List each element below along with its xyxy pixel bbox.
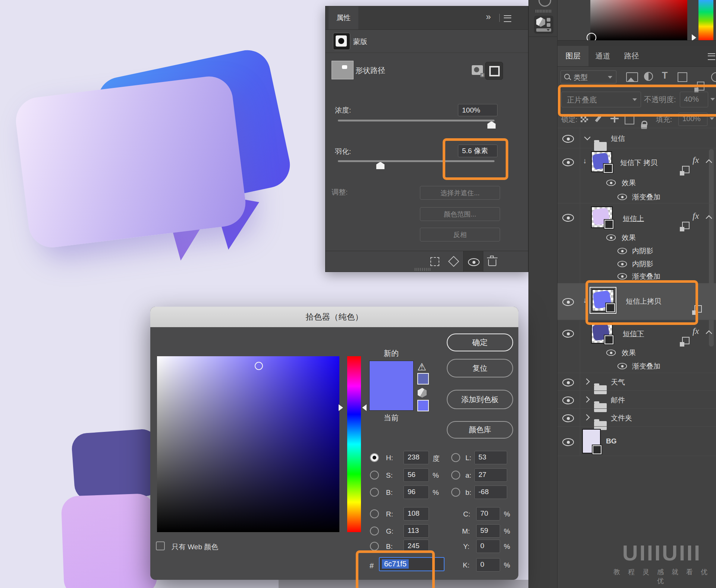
add-mask-icon[interactable] bbox=[472, 65, 483, 75]
opacity-value-box[interactable]: 40% bbox=[680, 92, 708, 107]
density-slider-track[interactable] bbox=[338, 120, 494, 121]
web-colors-only-checkbox[interactable] bbox=[156, 541, 165, 550]
group-collapsed-chevron-icon[interactable] bbox=[584, 379, 590, 385]
field-r-input[interactable]: 108 bbox=[403, 507, 429, 521]
filter-extra-icon[interactable] bbox=[711, 72, 716, 82]
color-field[interactable] bbox=[157, 356, 339, 532]
fx-icon[interactable]: fx bbox=[693, 211, 699, 221]
collapse-effects-chevron-icon[interactable] bbox=[706, 215, 712, 222]
visibility-eye-icon[interactable] bbox=[562, 396, 574, 404]
field-m-input[interactable]: 59 bbox=[476, 524, 500, 538]
hue-strip[interactable] bbox=[347, 356, 361, 532]
filter-type-layers-icon[interactable]: T bbox=[662, 70, 668, 81]
fill-dropdown-arrow[interactable] bbox=[710, 117, 714, 120]
effect-eye-icon[interactable] bbox=[618, 248, 627, 254]
layer-name[interactable]: BG bbox=[606, 437, 617, 445]
field-l-input[interactable]: 53 bbox=[474, 451, 507, 464]
radio-l[interactable] bbox=[451, 453, 460, 462]
vector-mask-button[interactable] bbox=[485, 62, 503, 80]
tab-channels[interactable]: 通道 bbox=[588, 46, 617, 66]
layer-row-group-wenjianjia[interactable]: 文件夹 bbox=[558, 408, 716, 426]
layer-thumbnail[interactable] bbox=[591, 206, 613, 228]
layer-name[interactable]: 邮件 bbox=[611, 395, 625, 405]
collapse-effects-chevron-icon[interactable] bbox=[706, 159, 712, 166]
layer-row-group-youjian[interactable]: 邮件 bbox=[558, 391, 716, 408]
collapse-effects-chevron-icon[interactable] bbox=[706, 331, 712, 337]
tab-paths[interactable]: 路径 bbox=[617, 46, 646, 66]
field-blab-input[interactable]: -68 bbox=[474, 486, 507, 499]
effect-item-row[interactable]: 渐变叠加 bbox=[558, 270, 716, 282]
group-collapsed-chevron-icon[interactable] bbox=[584, 396, 590, 403]
fill-value-box[interactable]: 100% bbox=[678, 113, 707, 126]
panel-collapse-icon[interactable]: » bbox=[486, 12, 491, 22]
color-panel-field[interactable] bbox=[590, 0, 687, 40]
color-range-button[interactable]: 颜色范围... bbox=[420, 207, 500, 221]
visibility-eye-icon[interactable] bbox=[562, 298, 574, 306]
field-brgb-input[interactable]: 245 bbox=[403, 540, 429, 553]
gamut-warning-swatch[interactable] bbox=[417, 373, 429, 385]
layer-thumbnail[interactable] bbox=[591, 151, 612, 172]
tab-layers[interactable]: 图层 bbox=[558, 46, 588, 66]
effect-item-row[interactable]: 内阴影 bbox=[558, 257, 716, 270]
feather-slider-track[interactable] bbox=[338, 160, 494, 162]
radio-g[interactable] bbox=[370, 527, 379, 535]
visibility-eye-icon[interactable] bbox=[562, 330, 574, 338]
layer-row-duanxinshang-kaobei-selected[interactable]: ↓ 短信上拷贝 bbox=[558, 283, 716, 320]
mask-visibility-button[interactable] bbox=[463, 251, 483, 272]
radio-r[interactable] bbox=[370, 509, 379, 518]
fx-icon[interactable]: fx bbox=[693, 155, 699, 165]
feather-value[interactable]: 5.6 像素 bbox=[458, 145, 497, 157]
layer-row-duanxinshang[interactable]: 短信上 fx bbox=[558, 204, 716, 230]
filter-pixel-layers-icon[interactable] bbox=[626, 72, 638, 82]
layer-name[interactable]: 短信上拷贝 bbox=[626, 297, 661, 306]
opacity-dropdown-arrow[interactable] bbox=[710, 98, 715, 101]
layer-name[interactable]: 短信下 bbox=[623, 329, 644, 339]
web-safe-swatch[interactable] bbox=[417, 400, 429, 411]
layer-row-group-duanxin[interactable]: 短信 bbox=[558, 128, 716, 148]
hue-marker-left[interactable] bbox=[339, 404, 343, 411]
radio-s[interactable] bbox=[370, 471, 379, 480]
color-libraries-button[interactable]: 颜色库 bbox=[447, 421, 513, 439]
lock-transparency-icon[interactable] bbox=[581, 115, 588, 122]
layer-name[interactable]: 文件夹 bbox=[611, 413, 632, 423]
layer-thumbnail[interactable] bbox=[591, 322, 613, 344]
panel-resize-grip[interactable] bbox=[415, 268, 431, 271]
layer-name[interactable]: 天气 bbox=[611, 377, 625, 387]
layer-row-duanxinxia-kaobei[interactable]: ↓ 短信下 拷贝 fx bbox=[558, 148, 716, 175]
field-c-input[interactable]: 70 bbox=[476, 507, 500, 521]
reset-button[interactable]: 复位 bbox=[447, 359, 513, 377]
group-collapsed-chevron-icon[interactable] bbox=[584, 414, 590, 421]
layer-row-group-tianqi[interactable]: 天气 bbox=[558, 373, 716, 391]
layer-row-duanxinxia[interactable]: 短信下 fx bbox=[558, 320, 716, 346]
visibility-eye-icon[interactable] bbox=[562, 214, 574, 222]
density-slider-knob[interactable] bbox=[487, 121, 496, 129]
load-selection-icon[interactable] bbox=[430, 257, 439, 266]
delete-mask-icon[interactable] bbox=[488, 259, 496, 266]
effects-row[interactable]: 效果 bbox=[558, 230, 716, 244]
panel-menu-icon[interactable] bbox=[504, 15, 511, 22]
radio-a[interactable] bbox=[451, 471, 460, 480]
density-value[interactable]: 100% bbox=[458, 104, 497, 116]
filter-adjustment-icon[interactable] bbox=[644, 72, 653, 81]
field-g-input[interactable]: 113 bbox=[403, 524, 429, 538]
feather-slider-knob[interactable] bbox=[376, 162, 385, 170]
add-to-swatches-button[interactable]: 添加到色板 bbox=[447, 390, 513, 409]
layer-row-bg[interactable]: BG bbox=[558, 426, 716, 456]
web-safe-cube-icon[interactable] bbox=[418, 388, 427, 398]
visibility-eye-icon[interactable] bbox=[562, 414, 574, 422]
layer-name[interactable]: 短信上 bbox=[623, 214, 644, 224]
layers-panel-menu-icon[interactable] bbox=[708, 53, 715, 60]
effects-eye-icon[interactable] bbox=[606, 234, 616, 241]
radio-b-rgb[interactable] bbox=[370, 542, 379, 551]
shape-path-thumbnail[interactable] bbox=[332, 61, 354, 79]
field-k-input[interactable]: 0 bbox=[476, 558, 500, 572]
effects-eye-icon[interactable] bbox=[606, 180, 616, 186]
radio-b-lab[interactable] bbox=[451, 488, 460, 497]
dock-grip[interactable] bbox=[536, 10, 551, 13]
dialog-title-bar[interactable]: 拾色器（纯色） bbox=[150, 307, 518, 327]
select-and-mask-button[interactable]: 选择并遮住... bbox=[420, 186, 500, 200]
effect-item-row[interactable]: 内阴影 bbox=[558, 244, 716, 257]
filter-type-dropdown[interactable]: 类型 bbox=[560, 70, 616, 83]
lock-paint-icon[interactable] bbox=[595, 115, 602, 122]
color-field-marker[interactable] bbox=[255, 362, 263, 370]
